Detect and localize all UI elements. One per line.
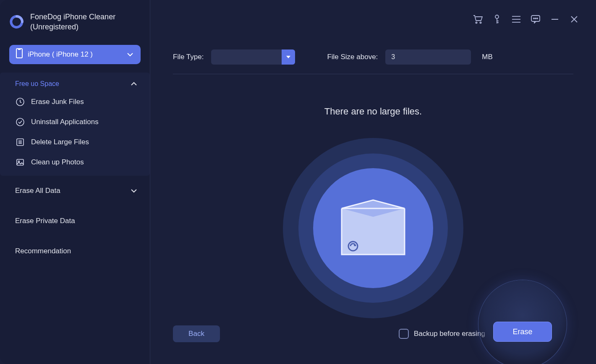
- file-box-icon: [333, 192, 413, 265]
- chevron-up-icon: [131, 80, 137, 88]
- file-type-label: File Type:: [173, 53, 204, 61]
- section-erase-private[interactable]: Erase Private Data: [0, 206, 150, 236]
- photo-icon: [15, 157, 25, 167]
- svg-point-22: [537, 18, 538, 19]
- nav-item-erase-junk[interactable]: Erase Junk Files: [0, 92, 150, 112]
- backup-label: Backup before erasing: [414, 330, 485, 338]
- size-unit: MB: [482, 53, 493, 61]
- section-recommendation[interactable]: Recommendation: [0, 236, 150, 266]
- app-title: FoneDog iPhone Cleaner (Unregistered): [30, 12, 115, 32]
- menu-icon[interactable]: [511, 14, 521, 24]
- empty-state-message: There are no large files.: [150, 106, 596, 117]
- svg-point-3: [16, 118, 24, 126]
- dropdown-arrow-icon: [282, 49, 295, 65]
- device-label: iPhone ( iPhone 12 ): [28, 50, 93, 59]
- nav-label: Clean up Photos: [31, 158, 84, 166]
- nav-label: Delete Large Files: [31, 138, 89, 146]
- section-label: Erase All Data: [15, 187, 60, 195]
- checkbox-icon[interactable]: [399, 329, 409, 339]
- list-icon: [15, 137, 25, 147]
- file-size-input[interactable]: [385, 49, 471, 65]
- svg-rect-0: [16, 49, 22, 58]
- titlebar: [473, 14, 579, 24]
- device-select[interactable]: iPhone ( iPhone 12 ): [9, 45, 141, 64]
- svg-point-11: [480, 22, 481, 23]
- section-erase-all[interactable]: Erase All Data: [0, 176, 150, 206]
- svg-point-20: [533, 18, 534, 19]
- cart-icon[interactable]: [473, 14, 483, 24]
- group-header-free-space[interactable]: Free uo Space: [0, 73, 150, 92]
- chevron-down-icon: [131, 187, 137, 195]
- clock-icon: [15, 97, 25, 107]
- file-type-select[interactable]: [211, 49, 295, 65]
- back-button[interactable]: Back: [173, 325, 220, 342]
- filter-row: File Type: File Size above: MB: [150, 0, 596, 65]
- svg-point-10: [476, 22, 477, 23]
- svg-point-12: [495, 15, 499, 18]
- backup-checkbox-row[interactable]: Backup before erasing: [399, 329, 485, 339]
- nav-item-delete-large[interactable]: Delete Large Files: [0, 132, 150, 152]
- close-icon[interactable]: [569, 14, 579, 24]
- erase-button[interactable]: Erase: [493, 322, 552, 342]
- svg-rect-8: [17, 159, 24, 165]
- empty-state-illustration: [283, 138, 463, 318]
- file-size-label: File Size above:: [327, 53, 378, 61]
- divider: [173, 74, 573, 74]
- app-logo-icon: [9, 14, 24, 29]
- section-label: Erase Private Data: [15, 217, 75, 225]
- nav-group-free-space: Free uo Space Erase Junk Files: [0, 73, 150, 176]
- erase-highlight-circle: Erase: [478, 280, 567, 364]
- svg-point-21: [535, 18, 536, 19]
- nav-item-clean-photos[interactable]: Clean up Photos: [0, 152, 150, 172]
- feedback-icon[interactable]: [531, 14, 541, 24]
- chevron-down-icon: [126, 51, 134, 58]
- main-panel: File Type: File Size above: MB There are…: [150, 0, 596, 364]
- group-label: Free uo Space: [15, 80, 59, 88]
- nav-item-uninstall-apps[interactable]: Uninstall Applications: [0, 112, 150, 132]
- minimize-icon[interactable]: [550, 14, 560, 24]
- key-icon[interactable]: [492, 14, 502, 24]
- sidebar: FoneDog iPhone Cleaner (Unregistered) iP…: [0, 0, 150, 364]
- brand-header: FoneDog iPhone Cleaner (Unregistered): [0, 0, 150, 37]
- nav-label: Erase Junk Files: [31, 98, 84, 106]
- phone-icon: [16, 48, 23, 60]
- apps-icon: [15, 117, 25, 127]
- section-label: Recommendation: [15, 247, 71, 255]
- nav-label: Uninstall Applications: [31, 118, 99, 126]
